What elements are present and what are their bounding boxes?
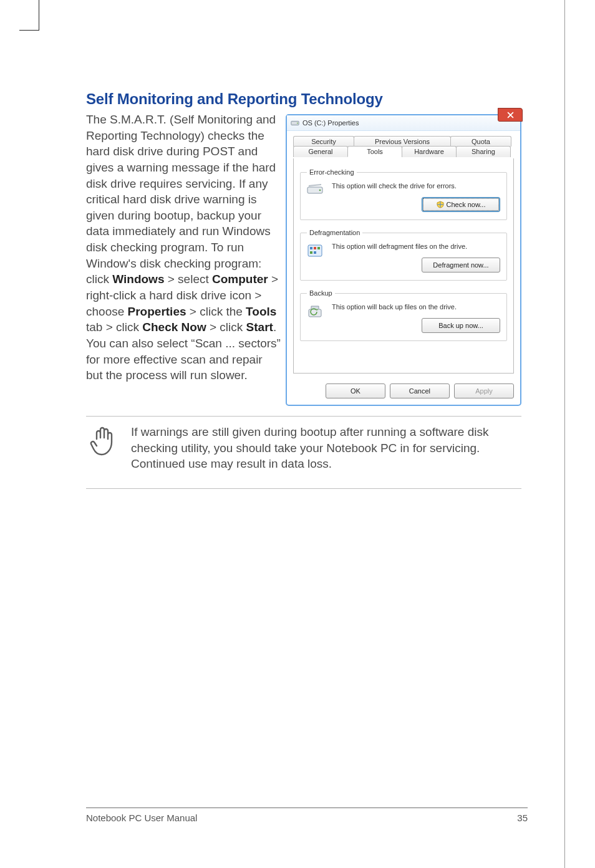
tab-quota[interactable]: Quota bbox=[450, 136, 511, 147]
svg-rect-5 bbox=[310, 247, 312, 249]
page-footer: Notebook PC User Manual 35 bbox=[86, 808, 528, 823]
properties-dialog: OS (C:) Properties Security Previous Ver… bbox=[286, 114, 521, 406]
dialog-titlebar: OS (C:) Properties bbox=[287, 115, 520, 131]
body-segment: > click the bbox=[186, 305, 246, 318]
bold-tools: Tools bbox=[246, 305, 276, 318]
shield-icon bbox=[437, 201, 444, 208]
tab-panel-tools: Error-checking This option will check th… bbox=[293, 158, 514, 374]
legend-defragmentation: Defragmentation bbox=[307, 229, 362, 236]
hand-stop-icon bbox=[88, 425, 118, 458]
tab-strip: Security Previous Versions Quota General… bbox=[293, 136, 514, 158]
check-now-label: Check now... bbox=[447, 201, 486, 208]
crop-mark bbox=[39, 0, 51, 30]
body-segment: > select bbox=[164, 272, 212, 286]
tab-sharing[interactable]: Sharing bbox=[456, 146, 511, 157]
tab-security[interactable]: Security bbox=[293, 136, 354, 147]
defragment-now-button[interactable]: Defragment now... bbox=[422, 258, 500, 272]
note-text: If warnings are still given during bootu… bbox=[131, 424, 521, 472]
backup-now-label: Back up now... bbox=[438, 322, 483, 329]
ok-button[interactable]: OK bbox=[326, 383, 385, 398]
group-error-checking: Error-checking This option will check th… bbox=[300, 168, 507, 220]
tab-previous-versions[interactable]: Previous Versions bbox=[354, 136, 451, 147]
check-now-button[interactable]: Check now... bbox=[422, 197, 500, 212]
bold-windows: Windows bbox=[112, 272, 164, 286]
body-segment: > click bbox=[206, 321, 246, 334]
tab-general[interactable]: General bbox=[293, 146, 348, 157]
bold-check-now: Check Now bbox=[142, 321, 206, 334]
bold-computer: Computer bbox=[212, 272, 268, 286]
bold-start: Start bbox=[246, 321, 273, 334]
close-icon bbox=[507, 112, 514, 118]
page-number: 35 bbox=[517, 813, 528, 823]
apply-button[interactable]: Apply bbox=[454, 383, 514, 398]
svg-rect-9 bbox=[314, 251, 316, 254]
body-segment: The S.M.A.R.T. (Self Monitoring and Repo… bbox=[86, 113, 276, 286]
note-box: If warnings are still given during bootu… bbox=[86, 422, 521, 478]
legend-error-checking: Error-checking bbox=[307, 168, 357, 176]
page-right-edge bbox=[564, 0, 565, 868]
svg-rect-4 bbox=[308, 245, 322, 256]
note-separator-top bbox=[86, 416, 521, 417]
defrag-icon bbox=[307, 243, 324, 259]
close-button[interactable] bbox=[498, 108, 523, 122]
bold-properties: Properties bbox=[128, 305, 186, 318]
group-defragmentation: Defragmentation This option will defragm… bbox=[300, 229, 507, 281]
svg-point-1 bbox=[297, 123, 298, 124]
dialog-title: OS (C:) Properties bbox=[302, 119, 359, 127]
legend-backup: Backup bbox=[307, 289, 335, 297]
note-separator-bottom bbox=[86, 488, 521, 489]
defrag-text: This option will defragment files on the… bbox=[332, 243, 467, 250]
drive-check-icon bbox=[307, 182, 324, 196]
group-backup: Backup This option will back up files on… bbox=[300, 289, 507, 341]
tab-tools[interactable]: Tools bbox=[347, 146, 402, 157]
svg-rect-7 bbox=[317, 247, 320, 249]
cancel-button[interactable]: Cancel bbox=[390, 383, 450, 398]
svg-rect-6 bbox=[314, 247, 316, 249]
svg-point-3 bbox=[319, 190, 321, 191]
backup-now-button[interactable]: Back up now... bbox=[422, 318, 500, 333]
section-heading: Self Monitoring and Reporting Technology bbox=[86, 90, 521, 108]
dialog-button-row: OK Cancel Apply bbox=[287, 380, 520, 405]
drive-icon bbox=[291, 118, 299, 127]
backup-text: This option will back up files on the dr… bbox=[332, 303, 457, 311]
error-checking-text: This option will check the drive for err… bbox=[332, 182, 457, 190]
backup-icon bbox=[307, 303, 324, 319]
body-segment: tab > click bbox=[86, 321, 142, 334]
defragment-now-label: Defragment now... bbox=[433, 261, 488, 269]
footer-title: Notebook PC User Manual bbox=[86, 813, 197, 823]
svg-rect-8 bbox=[310, 251, 312, 254]
tab-hardware[interactable]: Hardware bbox=[402, 146, 457, 157]
